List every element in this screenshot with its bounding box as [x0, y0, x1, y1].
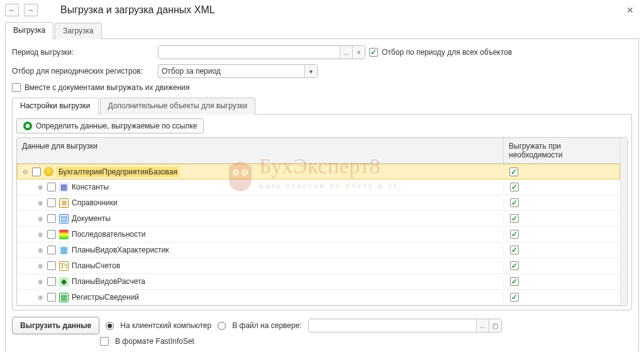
table-row[interactable]: ⊕Последовательности: [17, 227, 620, 242]
ic-spr-icon: ≣: [59, 198, 69, 208]
table-row[interactable]: ⊕▦РегистрыСведений: [17, 290, 620, 305]
table-row[interactable]: ⊕ТтПланыСчетов: [17, 258, 620, 274]
row-export-checkbox[interactable]: [47, 183, 56, 191]
row-need-checkbox[interactable]: [510, 183, 519, 191]
row-label: Документы: [72, 214, 111, 223]
server-path-open-button[interactable]: ▢: [489, 319, 501, 332]
with-movements-checkbox[interactable]: [12, 83, 21, 92]
register-filter-field[interactable]: Отбор за период ▾: [158, 64, 318, 78]
server-path-select-button[interactable]: …: [476, 319, 489, 332]
main-tab-strip: Выгрузка Загрузка: [5, 21, 639, 39]
row-export-checkbox[interactable]: [47, 230, 56, 239]
tree-expander-icon[interactable]: ⊕: [36, 293, 44, 301]
determine-refs-label: Определить данные, выгружаемые по ссылке: [36, 122, 197, 130]
radio-client-label: На клиентский компьютер: [120, 321, 211, 330]
grid-scrollbar[interactable]: [620, 138, 627, 305]
row-need-checkbox[interactable]: [510, 230, 519, 239]
period-input[interactable]: [158, 46, 340, 59]
tree-expander-icon[interactable]: ⊕: [36, 262, 44, 270]
row-label: Константы: [72, 183, 109, 191]
ic-seq-icon: [59, 230, 69, 239]
row-label: РегистрыСведений: [72, 293, 139, 302]
server-path-input[interactable]: [309, 319, 476, 332]
row-need-checkbox[interactable]: [509, 167, 518, 176]
ic-pvh-icon: ▥: [59, 246, 69, 255]
ic-const-icon: ▦: [59, 183, 69, 192]
row-label: ПланыСчетов: [72, 261, 120, 270]
fastinfoset-checkbox[interactable]: [100, 337, 109, 346]
table-row[interactable]: ⊕▦Константы: [17, 179, 620, 195]
filter-all-label: Отбор по периоду для всех объектов: [382, 48, 512, 57]
row-export-checkbox[interactable]: [47, 293, 56, 302]
ic-doc-icon: ▤: [59, 214, 69, 224]
row-need-checkbox[interactable]: [510, 293, 519, 302]
row-export-checkbox[interactable]: [32, 167, 41, 176]
server-path-field[interactable]: … ▢: [308, 319, 502, 332]
ic-db-icon: [44, 167, 53, 176]
window-title: Выгрузка и загрузка данных XML: [60, 4, 215, 16]
row-need-checkbox[interactable]: [510, 214, 519, 223]
row-need-checkbox[interactable]: [510, 198, 519, 207]
radio-server-label: В файл на сервере:: [232, 321, 302, 330]
nav-back-button[interactable]: ←: [5, 4, 19, 16]
register-filter-label: Отбор для периодических регистров:: [12, 67, 154, 76]
row-need-checkbox[interactable]: [510, 277, 519, 286]
row-label: БухгалтерияПредприятияБазовая: [57, 167, 179, 177]
table-row[interactable]: ⊕◆ПланыВидовРасчета: [17, 274, 620, 290]
row-label: Справочники: [72, 198, 118, 207]
tree-expander-icon[interactable]: ⊕: [36, 246, 44, 254]
filter-all-checkbox[interactable]: [369, 48, 378, 57]
grid-header-need: Выгружать при необходимости: [504, 138, 620, 163]
tree-expander-icon[interactable]: ⊕: [36, 278, 44, 285]
period-label: Период выгрузки:: [12, 48, 154, 57]
export-grid: Данные для выгрузки Выгружать при необхо…: [16, 137, 628, 306]
determine-refs-button[interactable]: Определить данные, выгружаемые по ссылке: [16, 118, 204, 133]
sub-tab-settings[interactable]: Настройки выгрузки: [12, 98, 99, 115]
row-need-checkbox[interactable]: [510, 246, 519, 254]
table-row[interactable]: ⊕≣Справочники: [17, 195, 620, 211]
tree-expander-icon[interactable]: ⊖: [21, 168, 29, 176]
tab-export[interactable]: Выгрузка: [5, 22, 53, 39]
row-export-checkbox[interactable]: [47, 198, 56, 207]
ic-rs-icon: ▦: [59, 293, 69, 302]
period-select-button[interactable]: …: [340, 46, 352, 59]
radio-client[interactable]: [106, 322, 114, 330]
ic-psch-icon: Тт: [59, 261, 69, 271]
table-row[interactable]: ⊖БухгалтерияПредприятияБазовая: [17, 164, 620, 179]
with-movements-label: Вместе с документами выгружать их движен…: [25, 83, 190, 92]
close-button[interactable]: ✕: [623, 4, 638, 16]
tree-expander-icon[interactable]: ⊕: [36, 183, 44, 191]
sub-tab-additional[interactable]: Дополнительные объекты для выгрузки: [100, 98, 256, 115]
table-row[interactable]: ⊕▥ПланыВидовХарактеристик: [17, 242, 620, 258]
nav-forward-button[interactable]: →: [24, 4, 38, 16]
table-row[interactable]: ⊕▤Документы: [17, 211, 620, 227]
period-clear-button[interactable]: ×: [352, 46, 365, 59]
tree-expander-icon[interactable]: ⊕: [36, 215, 44, 222]
row-export-checkbox[interactable]: [47, 246, 56, 254]
row-need-checkbox[interactable]: [510, 261, 519, 270]
radio-server[interactable]: [218, 322, 226, 330]
row-export-checkbox[interactable]: [47, 277, 56, 286]
row-label: Последовательности: [72, 230, 145, 239]
tree-expander-icon[interactable]: ⊕: [36, 230, 44, 238]
period-field[interactable]: … ×: [158, 45, 365, 59]
tab-import[interactable]: Загрузка: [55, 23, 102, 39]
row-label: ПланыВидовХарактеристик: [72, 246, 169, 254]
row-export-checkbox[interactable]: [47, 261, 56, 270]
grid-header-data: Данные для выгрузки: [17, 138, 504, 163]
fastinfoset-label: В формате FastInfoSet: [115, 337, 194, 346]
register-filter-value: Отбор за период: [158, 65, 304, 77]
ic-pvr-icon: ◆: [59, 277, 69, 287]
sub-tab-strip: Настройки выгрузки Дополнительные объект…: [12, 97, 632, 115]
row-label: ПланыВидовРасчета: [72, 277, 145, 286]
export-button[interactable]: Выгрузить данные: [12, 317, 99, 334]
tree-expander-icon[interactable]: ⊕: [36, 199, 44, 207]
register-filter-dropdown-button[interactable]: ▾: [304, 65, 317, 77]
refresh-icon: [23, 122, 32, 130]
row-export-checkbox[interactable]: [47, 214, 56, 223]
